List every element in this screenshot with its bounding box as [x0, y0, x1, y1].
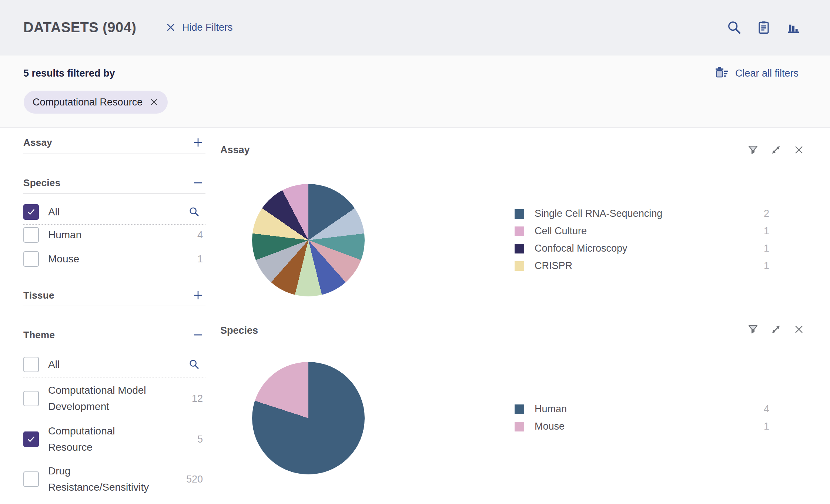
filter-section-title: Species — [23, 177, 60, 189]
legend-item: Single Cell RNA-Sequencing 2 — [515, 205, 770, 222]
hide-filters-label: Hide Filters — [182, 21, 233, 33]
divider — [220, 169, 809, 169]
hide-filters-button[interactable]: Hide Filters — [165, 21, 233, 33]
legend-label: Confocal Microscopy — [535, 243, 627, 254]
divider — [220, 348, 809, 348]
legend-swatch — [515, 209, 524, 219]
checkbox[interactable] — [23, 204, 39, 220]
bar-chart-icon[interactable] — [786, 20, 801, 35]
filter-option-mouse[interactable]: Mouse 1 — [23, 251, 205, 267]
filter-option-count: 4 — [197, 229, 203, 241]
panel-toolbar — [747, 323, 805, 335]
filter-option-computational-model-development[interactable]: Computational Model Development 12 — [23, 382, 205, 415]
filter-option-computational-resource[interactable]: Computational Resource 5 — [23, 423, 205, 456]
filter-option-label: All — [48, 356, 60, 373]
filter-option-count: 520 — [186, 474, 203, 485]
dotted-divider — [23, 377, 205, 377]
filter-section-title: Theme — [23, 329, 55, 341]
clear-all-filters-button[interactable]: Clear all filters — [713, 65, 799, 81]
filter-option-count: 12 — [192, 393, 203, 404]
filter-option-species-all[interactable]: All — [23, 204, 205, 220]
minus-icon[interactable] — [192, 329, 204, 341]
checkbox[interactable] — [23, 357, 39, 372]
species-legend: Human 4 Mouse 1 — [515, 400, 770, 435]
legend-item: Human 4 — [515, 400, 770, 418]
filter-option-drug-resistance-sensitivity[interactable]: Drug Resistance/Sensitivity 520 — [23, 463, 205, 495]
filter-section-assay[interactable]: Assay — [23, 135, 205, 150]
header-toolbar — [727, 20, 801, 35]
filter-option-count: 1 — [197, 253, 203, 265]
filter-option-label: Mouse — [48, 251, 79, 267]
divider — [23, 193, 205, 194]
filter-section-title: Assay — [23, 137, 52, 148]
checkbox[interactable] — [23, 471, 39, 487]
legend-label: Mouse — [535, 421, 565, 432]
plus-icon[interactable] — [192, 137, 204, 148]
filter-option-label: Computational Resource — [48, 423, 154, 456]
panel-title: Species — [220, 325, 258, 336]
panel-title: Assay — [220, 144, 250, 156]
filter-option-label: All — [48, 204, 60, 220]
legend-count: 1 — [764, 243, 769, 254]
legend-count: 4 — [764, 403, 769, 415]
species-pie-chart — [252, 362, 365, 474]
legend-swatch — [515, 226, 524, 236]
clear-all-filters-label: Clear all filters — [735, 68, 799, 79]
expand-icon[interactable] — [770, 323, 782, 335]
app-header: DATASETS (904) Hide Filters — [0, 0, 830, 56]
filter-section-title: Tissue — [23, 290, 54, 301]
search-icon[interactable] — [188, 206, 200, 218]
expand-icon[interactable] — [770, 144, 782, 156]
legend-item: Mouse 1 — [515, 418, 770, 435]
filter-section-species[interactable]: Species — [23, 175, 205, 190]
search-icon[interactable] — [727, 20, 742, 35]
filter-option-theme-all[interactable]: All — [23, 356, 205, 373]
legend-swatch — [515, 261, 524, 271]
search-icon[interactable] — [188, 359, 200, 370]
legend-count: 1 — [764, 421, 769, 432]
close-icon — [165, 22, 176, 33]
filter-option-label: Human — [48, 227, 81, 243]
divider — [23, 347, 205, 347]
plus-icon[interactable] — [192, 289, 204, 301]
check-icon — [26, 434, 36, 444]
remove-filter-icon[interactable] — [149, 97, 159, 107]
checkbox[interactable] — [23, 391, 39, 406]
legend-label: CRISPR — [535, 260, 572, 272]
legend-item: Confocal Microscopy 1 — [515, 240, 770, 257]
legend-count: 2 — [764, 208, 769, 219]
legend-swatch — [515, 244, 524, 253]
legend-label: Human — [535, 403, 567, 415]
checkbox[interactable] — [23, 431, 39, 447]
active-filters-bar: 5 results filtered by Computational Reso… — [0, 56, 830, 128]
check-icon — [26, 207, 36, 217]
filter-section-theme[interactable]: Theme — [23, 327, 205, 342]
legend-count: 1 — [764, 225, 769, 237]
filter-option-count: 5 — [197, 434, 203, 445]
divider — [23, 154, 205, 154]
legend-swatch — [515, 404, 524, 414]
close-icon[interactable] — [793, 144, 805, 156]
dotted-divider — [23, 224, 205, 225]
checkbox[interactable] — [23, 227, 39, 243]
filter-funnel-icon[interactable] — [747, 323, 759, 335]
filter-funnel-icon[interactable] — [747, 144, 759, 156]
results-summary: 5 results filtered by — [23, 68, 115, 79]
legend-count: 1 — [764, 260, 769, 272]
close-icon[interactable] — [793, 323, 805, 335]
filters-sidebar: Assay Species All — [23, 128, 205, 504]
filter-chip-computational-resource[interactable]: Computational Resource — [24, 91, 168, 114]
legend-label: Single Cell RNA-Sequencing — [535, 208, 662, 219]
legend-item: CRISPR 1 — [515, 257, 770, 275]
panel-toolbar — [747, 144, 805, 156]
filter-option-human[interactable]: Human 4 — [23, 227, 205, 243]
clipboard-icon[interactable] — [756, 20, 771, 35]
filter-option-label: Drug Resistance/Sensitivity — [48, 463, 154, 495]
checkbox[interactable] — [23, 251, 39, 267]
trash-filter-icon — [713, 65, 729, 81]
minus-icon[interactable] — [192, 177, 204, 189]
filter-chip-label: Computational Resource — [33, 97, 143, 108]
legend-item: Cell Culture 1 — [515, 222, 770, 240]
filter-section-tissue[interactable]: Tissue — [23, 288, 205, 303]
assay-pie-chart — [252, 184, 365, 296]
